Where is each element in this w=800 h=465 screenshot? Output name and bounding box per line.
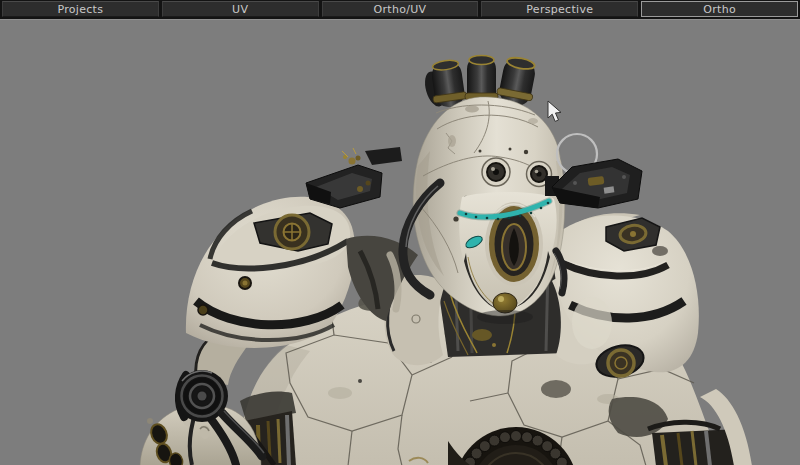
tab-perspective[interactable]: Perspective [481, 1, 638, 17]
tab-uv[interactable]: UV [162, 1, 319, 17]
view-tab-bar: Projects UV Ortho/UV Perspective Ortho [0, 0, 800, 19]
tab-projects[interactable]: Projects [2, 1, 159, 17]
shoulder-gadget [306, 147, 402, 208]
eye-left [482, 158, 510, 186]
mech-robot-render [0, 20, 800, 465]
mouse-cursor-icon [548, 101, 561, 121]
app-window: Projects UV Ortho/UV Perspective Ortho [0, 0, 800, 465]
tab-ortho-uv[interactable]: Ortho/UV [322, 1, 479, 17]
3d-viewport[interactable] [0, 19, 800, 465]
robot-left-arm [140, 333, 296, 465]
tab-ortho[interactable]: Ortho [641, 1, 798, 17]
